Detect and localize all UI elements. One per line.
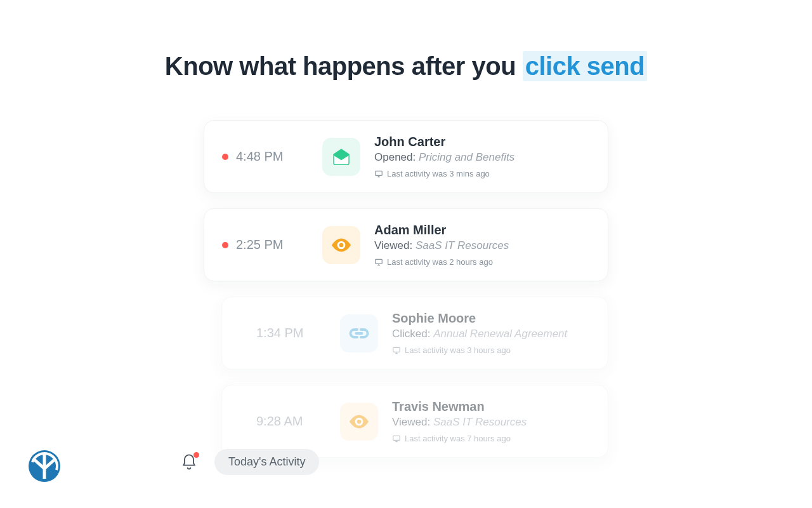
- monitor-icon: [374, 170, 383, 178]
- activity-time: 4:48 PM: [236, 149, 283, 164]
- headline-highlight: click send: [523, 51, 647, 81]
- last-activity-text: Last activity was 7 hours ago: [405, 434, 511, 443]
- activity-card[interactable]: 2:25 PM Adam MillerViewed: SaaS IT Resou…: [204, 208, 608, 281]
- today-activity-label: Today's Activity: [228, 455, 305, 468]
- svg-rect-3: [376, 259, 383, 264]
- footer-row: Today's Activity: [180, 449, 319, 475]
- headline-prefix: Know what happens after you: [165, 52, 523, 80]
- action-line: Viewed: SaaS IT Resources: [374, 239, 590, 252]
- time-column: 4:48 PM: [222, 149, 322, 164]
- notifications-bell[interactable]: [180, 453, 198, 471]
- action-subject: Annual Renewal Agreement: [433, 328, 567, 340]
- time-column: 9:28 AM: [240, 414, 340, 429]
- eye-icon: [322, 226, 360, 264]
- action-line: Opened: Pricing and Benefits: [374, 151, 590, 164]
- last-activity-text: Last activity was 3 hours ago: [405, 345, 511, 355]
- unread-dot: [222, 154, 228, 160]
- action-subject: Pricing and Benefits: [419, 151, 514, 163]
- bell-badge: [193, 452, 199, 458]
- activity-content: Travis NewmanViewed: SaaS IT Resources L…: [392, 399, 590, 443]
- activity-time: 1:34 PM: [256, 326, 303, 340]
- last-activity: Last activity was 2 hours ago: [374, 257, 590, 267]
- svg-rect-0: [376, 171, 383, 175]
- link-icon: [340, 314, 378, 352]
- svg-rect-4: [393, 347, 400, 352]
- activity-content: Adam MillerViewed: SaaS IT Resources Las…: [374, 223, 590, 267]
- eye-icon: [340, 403, 378, 441]
- activity-card[interactable]: 9:28 AM Travis NewmanViewed: SaaS IT Res…: [221, 385, 608, 458]
- time-column: 1:34 PM: [240, 326, 340, 340]
- activity-feed: 4:48 PM John CarterOpened: Pricing and B…: [204, 120, 608, 458]
- action-subject: SaaS IT Resources: [433, 416, 527, 428]
- action-subject: SaaS IT Resources: [416, 239, 509, 251]
- activity-card[interactable]: 4:48 PM John CarterOpened: Pricing and B…: [204, 120, 608, 193]
- contact-name: Adam Miller: [374, 223, 590, 237]
- page-headline: Know what happens after you click send: [165, 52, 647, 81]
- activity-content: Sophie MooreClicked: Annual Renewal Agre…: [392, 311, 590, 355]
- action-line: Viewed: SaaS IT Resources: [392, 416, 590, 429]
- svg-point-6: [357, 419, 362, 424]
- brand-logo: [28, 450, 61, 483]
- today-activity-pill[interactable]: Today's Activity: [214, 449, 319, 475]
- last-activity: Last activity was 3 hours ago: [392, 345, 590, 355]
- activity-card[interactable]: 1:34 PM Sophie MooreClicked: Annual Rene…: [221, 297, 608, 370]
- last-activity: Last activity was 7 hours ago: [392, 434, 590, 443]
- contact-name: Travis Newman: [392, 399, 590, 414]
- action-label: Viewed:: [374, 239, 412, 251]
- monitor-icon: [392, 434, 401, 443]
- action-label: Viewed:: [392, 416, 430, 428]
- svg-rect-7: [393, 436, 400, 440]
- envelope-open-icon: [322, 138, 360, 176]
- last-activity: Last activity was 3 mins ago: [374, 169, 590, 178]
- contact-name: Sophie Moore: [392, 311, 590, 326]
- last-activity-text: Last activity was 3 mins ago: [387, 169, 490, 178]
- activity-time: 9:28 AM: [256, 414, 303, 429]
- monitor-icon: [392, 346, 401, 355]
- activity-content: John CarterOpened: Pricing and Benefits …: [374, 135, 590, 178]
- action-line: Clicked: Annual Renewal Agreement: [392, 328, 590, 340]
- monitor-icon: [374, 258, 383, 267]
- action-label: Opened:: [374, 151, 416, 163]
- contact-name: John Carter: [374, 135, 590, 149]
- time-column: 2:25 PM: [222, 237, 322, 252]
- action-label: Clicked:: [392, 328, 430, 340]
- last-activity-text: Last activity was 2 hours ago: [387, 257, 493, 267]
- svg-point-2: [339, 243, 344, 247]
- unread-dot: [222, 242, 228, 248]
- activity-time: 2:25 PM: [236, 237, 283, 252]
